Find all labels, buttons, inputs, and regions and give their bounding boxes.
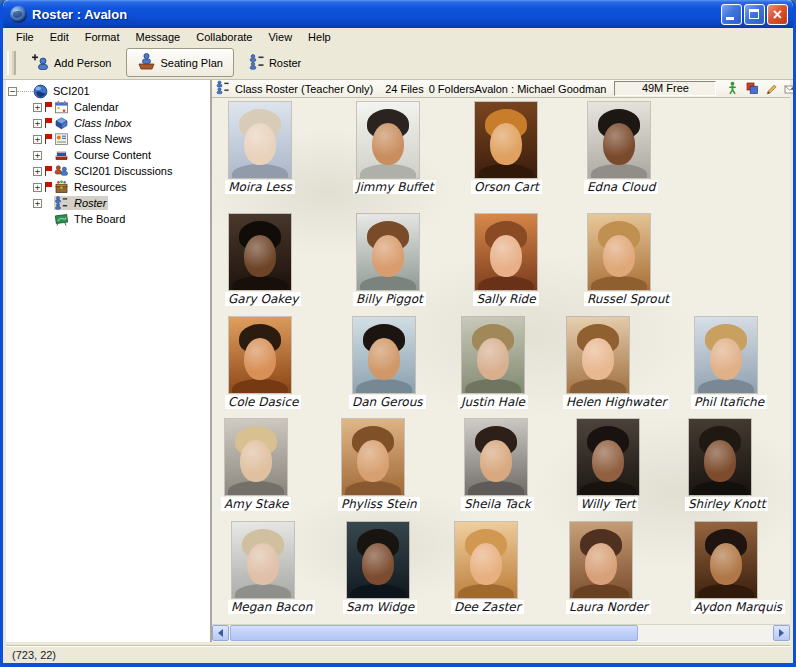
- photo-shoulders: [350, 584, 406, 598]
- scrollbar-track[interactable]: [229, 625, 773, 642]
- student-photo[interactable]: [465, 419, 527, 495]
- toolbar-gripper[interactable]: [7, 51, 16, 75]
- student-card[interactable]: Aydon Marquis: [691, 522, 761, 618]
- tree-item-course-content[interactable]: +Course Content: [6, 147, 210, 163]
- student-photo[interactable]: [229, 102, 291, 178]
- student-card[interactable]: Willy Tert: [573, 419, 643, 515]
- student-card[interactable]: Sheila Tack: [461, 419, 531, 515]
- maximize-button[interactable]: [744, 4, 765, 25]
- student-photo[interactable]: [357, 214, 419, 290]
- student-photo[interactable]: [342, 419, 404, 495]
- student-card[interactable]: Cole Dasice: [225, 317, 295, 413]
- student-photo[interactable]: [567, 317, 629, 393]
- photo-face: [603, 123, 635, 165]
- expand-icon[interactable]: +: [33, 103, 42, 112]
- student-photo[interactable]: [225, 419, 287, 495]
- expand-icon[interactable]: +: [33, 167, 42, 176]
- student-photo[interactable]: [475, 102, 537, 178]
- student-photo[interactable]: [347, 522, 409, 598]
- scroll-right-button[interactable]: [773, 625, 790, 641]
- close-button[interactable]: [767, 4, 788, 25]
- tree-item-class-inbox[interactable]: +Class Inbox: [6, 115, 210, 131]
- photo-shoulders: [570, 379, 626, 393]
- student-card[interactable]: Moira Less: [225, 102, 295, 198]
- horizontal-scrollbar: [212, 624, 790, 642]
- student-card[interactable]: Sally Ride: [471, 214, 541, 310]
- tree-item-resources[interactable]: +Resources: [6, 179, 210, 195]
- student-photo[interactable]: [229, 317, 291, 393]
- photo-shoulders: [458, 584, 514, 598]
- roster-toolbar-button[interactable]: Roster: [240, 50, 310, 76]
- photo-shoulders: [478, 276, 534, 290]
- collapse-icon[interactable]: −: [8, 87, 17, 96]
- student-card[interactable]: Orson Cart: [471, 102, 541, 198]
- menu-file[interactable]: File: [8, 29, 42, 45]
- student-card[interactable]: Phyliss Stein: [338, 419, 408, 515]
- menu-edit[interactable]: Edit: [42, 29, 77, 45]
- tree-item-calendar[interactable]: +Calendar: [6, 99, 210, 115]
- compose-icon[interactable]: [784, 81, 796, 97]
- menu-format[interactable]: Format: [77, 29, 128, 45]
- student-card[interactable]: Helen Highwater: [563, 317, 633, 413]
- menu-collaborate[interactable]: Collaborate: [188, 29, 260, 45]
- scroll-left-button[interactable]: [212, 625, 229, 641]
- expand-icon[interactable]: +: [33, 183, 42, 192]
- minimize-button[interactable]: [721, 4, 742, 25]
- sidebar-tree: −SCI201+Calendar+Class Inbox+Class News+…: [6, 80, 212, 642]
- layers-icon[interactable]: [745, 81, 759, 97]
- student-card[interactable]: Jimmy Buffet: [353, 102, 423, 198]
- student-card[interactable]: Russel Sprout: [584, 214, 654, 310]
- student-card[interactable]: Billy Piggot: [353, 214, 423, 310]
- student-photo[interactable]: [577, 419, 639, 495]
- roster-icon: [249, 54, 265, 72]
- tree-item-sci201-discussions[interactable]: +SCI201 Discussions: [6, 163, 210, 179]
- photo-shoulders: [698, 584, 754, 598]
- student-photo[interactable]: [353, 317, 415, 393]
- student-card[interactable]: Dan Gerous: [349, 317, 419, 413]
- student-card[interactable]: Megan Bacon: [228, 522, 298, 618]
- student-card[interactable]: Edna Cloud: [584, 102, 654, 198]
- student-photo[interactable]: [475, 214, 537, 290]
- student-card[interactable]: Justin Hale: [458, 317, 528, 413]
- student-photo[interactable]: [588, 102, 650, 178]
- photo-shoulders: [356, 379, 412, 393]
- pencil-icon[interactable]: [765, 81, 778, 97]
- expand-icon[interactable]: +: [33, 119, 42, 128]
- tree-item-class-news[interactable]: +Class News: [6, 131, 210, 147]
- student-card[interactable]: Laura Norder: [566, 522, 636, 618]
- tree-item-sci201[interactable]: −SCI201: [6, 83, 210, 99]
- student-card[interactable]: Phil Itafiche: [691, 317, 761, 413]
- expand-icon[interactable]: +: [33, 199, 42, 208]
- student-photo[interactable]: [695, 317, 757, 393]
- student-card[interactable]: Sam Widge: [343, 522, 413, 618]
- student-photo[interactable]: [695, 522, 757, 598]
- student-photo[interactable]: [689, 419, 751, 495]
- scrollbar-thumb[interactable]: [230, 625, 638, 641]
- student-photo[interactable]: [232, 522, 294, 598]
- student-photo[interactable]: [462, 317, 524, 393]
- photo-face: [368, 338, 400, 380]
- expand-icon[interactable]: +: [33, 151, 42, 160]
- menu-help[interactable]: Help: [300, 29, 339, 45]
- student-photo[interactable]: [357, 102, 419, 178]
- title-bar[interactable]: Roster : Avalon: [3, 0, 793, 28]
- student-photo[interactable]: [570, 522, 632, 598]
- student-photo[interactable]: [588, 214, 650, 290]
- person-icon[interactable]: [726, 81, 739, 97]
- student-photo[interactable]: [229, 214, 291, 290]
- student-card[interactable]: Amy Stake: [221, 419, 291, 515]
- photo-shoulders: [228, 481, 284, 495]
- expand-icon[interactable]: +: [33, 135, 42, 144]
- seating-plan-button[interactable]: Seating Plan: [126, 48, 233, 77]
- photo-face: [490, 123, 522, 165]
- student-photo[interactable]: [455, 522, 517, 598]
- student-card[interactable]: Gary Oakey: [225, 214, 295, 310]
- add-person-button[interactable]: Add Person: [22, 50, 120, 76]
- student-card[interactable]: Shirley Knott: [685, 419, 755, 515]
- menu-view[interactable]: View: [260, 29, 300, 45]
- tree-item-the-board[interactable]: The Board: [6, 211, 210, 227]
- tree-item-roster[interactable]: +Roster: [6, 195, 210, 211]
- student-card[interactable]: Dee Zaster: [451, 522, 521, 618]
- photo-shoulders: [465, 379, 521, 393]
- menu-message[interactable]: Message: [128, 29, 189, 45]
